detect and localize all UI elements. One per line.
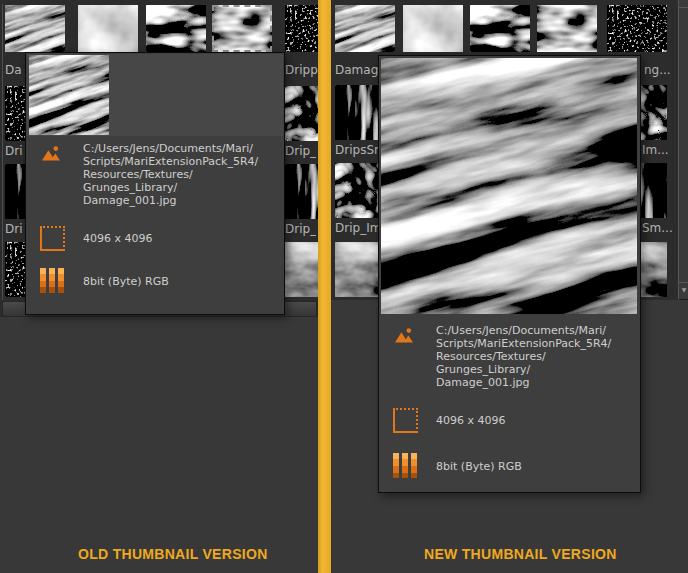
mari-thumbnail-comparison: Da Dripp Dri Drip_ Dri Drip_ [0,0,688,573]
thumbnail-paint-selected[interactable] [212,5,272,52]
file-path-line: Damage_001.jpg [436,376,628,389]
file-path-line: Scripts/MariExtensionPack_5R4/ [83,155,275,168]
file-path-line: C:/Users/Jens/Documents/Mari/ [436,324,628,337]
thumbnail-label: Dri [5,144,23,158]
file-path-text: C:/Users/Jens/Documents/Mari/ Scripts/Ma… [436,324,628,389]
texture-image [146,5,206,52]
resolution-text: 4096 x 4096 [83,232,153,245]
file-path-line: C:/Users/Jens/Documents/Mari/ [83,142,275,155]
texture-image [335,5,395,52]
channel-bars-icon [393,453,417,478]
file-path-line: Grunges_Library/ [436,363,628,376]
thumbnail-label: Dripp [285,63,318,77]
bit-depth-text: 8bit (Byte) RGB [83,275,169,288]
texture-image [285,86,318,141]
thumbnail-label: Drip_ [285,222,316,236]
texture-image [537,5,597,52]
dotted-square-icon [40,226,65,251]
bit-depth-text: 8bit (Byte) RGB [436,460,522,473]
resolution-text: 4096 x 4096 [436,414,506,427]
thumbnail-smudge[interactable] [285,242,318,297]
thumbnail-dripping[interactable] [607,5,667,52]
file-path-line: Resources/Textures/ [436,350,628,363]
down-arrow-icon: ▼ [682,286,687,293]
thumbnail-label: Drip_Im [335,221,381,235]
thumbnail-paint[interactable] [470,5,530,52]
texture-image [29,55,109,135]
dotted-square-icon [393,408,418,433]
texture-image [5,5,65,52]
divider-bar [318,0,331,573]
file-path-line: Damage_001.jpg [83,194,275,207]
file-path-line: Grunges_Library/ [83,181,275,194]
thumbnail-paint[interactable] [146,5,206,52]
thumbnail-dripping[interactable] [285,5,318,52]
file-path-line: Scripts/MariExtensionPack_5R4/ [436,337,628,350]
tooltip-small-preview [29,55,109,139]
thumbnail-damage[interactable] [5,5,65,52]
version-label-new: NEW THUMBNAIL VERSION [424,546,617,562]
version-label-old: OLD THUMBNAIL VERSION [78,546,268,562]
file-path-line: Resources/Textures/ [83,168,275,181]
channel-bars-icon [40,268,64,293]
vertical-scrollbar[interactable]: ▼ [678,0,688,300]
texture-image [403,5,463,52]
texture-image [78,5,138,52]
thumbnail-concrete[interactable] [78,5,138,52]
thumbnail-label: Da [5,63,22,77]
texture-image [607,5,667,52]
tooltip-old: C:/Users/Jens/Documents/Mari/ Scripts/Ma… [25,52,285,315]
texture-image [381,58,637,314]
texture-image [212,5,272,52]
thumbnail-drip-smudge[interactable] [285,164,318,219]
thumbnail-concrete[interactable] [403,5,463,52]
texture-image [470,5,530,52]
scrollbar-separator [679,7,688,8]
texture-image [285,5,318,52]
tooltip-new: C:/Users/Jens/Documents/Mari/ Scripts/Ma… [378,55,641,493]
thumbnail-damage[interactable] [335,5,395,52]
file-path-text: C:/Users/Jens/Documents/Mari/ Scripts/Ma… [83,142,275,207]
panel-left-border [2,4,3,300]
thumbnail-label: Dri [5,222,23,236]
tooltip-large-preview [381,58,637,318]
thumbnail-label: Im... [642,143,669,157]
scroll-down-button[interactable]: ▼ [679,282,688,297]
thumbnail-label: Sm... [642,221,673,235]
thumbnail-label: Drip_ [285,144,316,158]
thumbnail-drip-bubbles[interactable] [285,86,318,141]
texture-image [285,164,318,219]
thumbnail-label: ng... [644,63,671,77]
image-mountain-icon [394,326,414,350]
thumbnail-paint-2[interactable] [537,5,597,52]
image-mountain-icon [41,144,61,168]
texture-image [285,242,318,297]
